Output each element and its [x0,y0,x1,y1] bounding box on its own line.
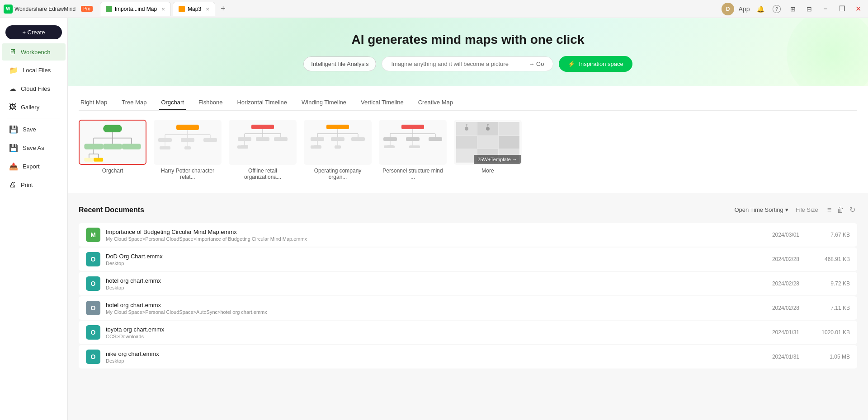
tab-fishbone[interactable]: Fishbone [197,95,224,110]
tab-vertical-timeline[interactable]: Vertical Timeline [359,95,406,110]
list-view-button[interactable]: ≡ [826,204,833,216]
tab-winding-timeline[interactable]: Winding Timeline [300,95,348,110]
add-tab-button[interactable]: + [217,4,229,14]
sidebar-item-save[interactable]: 💾 Save [2,121,66,138]
sidebar-label-workbench: Workbench [21,49,51,56]
doc-row[interactable]: M Importance of Budgeting Circular Mind … [79,223,857,247]
svg-rect-82 [456,136,477,149]
sidebar-label-print: Print [21,182,33,188]
sidebar-item-export[interactable]: 📤 Export [2,158,66,175]
search-input-wrap: → Go [382,56,553,71]
template-card-harry-potter[interactable]: Harry Potter character relat... [154,120,222,180]
tab-map3[interactable]: Map3 ✕ [173,2,215,16]
doc-row[interactable]: O toyota org chart.emmx CCS>Downloads 20… [79,321,857,344]
doc-info: toyota org chart.emmx CCS>Downloads [106,326,740,339]
card-label-orgchart: Orgchart [79,168,146,174]
delete-button[interactable]: 🗑 [835,204,846,216]
ai-search-input[interactable] [391,61,525,67]
sidebar-item-cloud-files[interactable]: ☁ Cloud Files [2,80,66,98]
doc-date: 2024/02/28 [745,305,799,311]
doc-icon: M [86,228,100,242]
refresh-button[interactable]: ↻ [848,204,857,216]
close-button[interactable]: ✕ [852,3,864,15]
save-as-icon: 💾 [9,144,18,152]
svg-point-93 [487,124,489,126]
doc-row[interactable]: O nike org chart.emmx Desktop 2024/01/31… [79,345,857,369]
doc-name: DoD Org Chart.emmx [106,253,740,260]
tab-orgchart[interactable]: Orgchart [159,95,186,110]
card-image-harry-potter [154,120,222,165]
doc-name: hotel org chart.emmx [106,302,740,308]
notification-button[interactable]: 🔔 [754,3,767,15]
doc-date: 2024/03/01 [745,232,799,238]
template-card-more[interactable]: 25W+Template → More [454,120,522,180]
template-card-offline-retail[interactable]: Offline retail organizationa... [229,120,297,180]
sort-button[interactable]: Open Time Sorting ▾ [734,206,788,213]
local-files-icon: 📁 [9,66,18,75]
bell-icon: 🔔 [757,5,764,13]
inspiration-button[interactable]: ⚡ Inspiration space [559,56,632,72]
titlebar-actions: D App 🔔 ? ⊞ ⊟ − ❐ ✕ [722,3,864,15]
sidebar-item-save-as[interactable]: 💾 Save As [2,139,66,157]
file-size-label: File Size [796,206,818,213]
tab-icon-import [106,6,112,12]
svg-rect-70 [429,137,442,141]
create-button[interactable]: + Create [5,25,62,39]
tab-horizontal-timeline[interactable]: Horizontal Timeline [235,95,289,110]
sidebar-item-local-files[interactable]: 📁 Local Files [2,61,66,79]
sidebar-item-print[interactable]: 🖨 Print [2,176,66,193]
svg-point-91 [486,127,490,131]
user-avatar[interactable]: D [722,3,734,15]
app-button[interactable]: App [738,3,750,15]
svg-rect-23 [181,138,194,142]
tab-tree-map[interactable]: Tree Map [120,95,148,110]
doc-size: 7.11 KB [805,305,850,311]
svg-rect-46 [326,125,349,129]
doc-row[interactable]: O hotel org chart.emmx My Cloud Space>Pe… [79,296,857,320]
doc-info: DoD Org Chart.emmx Desktop [106,253,740,266]
go-button[interactable]: → Go [528,61,544,67]
doc-date: 2024/02/28 [745,280,799,287]
tab-import-map[interactable]: Importa...ind Map ✕ [100,2,171,16]
template-card-personnel-structure[interactable]: Personnel structure mind ... [379,120,447,180]
doc-path: Desktop [106,358,740,364]
banner: AI generates mind maps with one click In… [68,18,868,86]
template-tabs: Right Map Tree Map Orgchart Fishbone Hor… [79,95,857,111]
template-card-orgchart[interactable]: Orgchart [79,120,146,180]
layout-button[interactable]: ⊟ [803,3,816,15]
tab-close-map3[interactable]: ✕ [206,7,209,12]
doc-icon: O [86,350,100,364]
sidebar-item-workbench[interactable]: 🖥 Workbench [2,43,66,61]
grid-icon: ⊞ [790,5,796,13]
svg-rect-68 [383,137,397,141]
search-tag[interactable]: Intelligent file Analysis [303,56,376,71]
svg-rect-8 [122,144,141,149]
doc-path: Desktop [106,285,740,290]
doc-name: toyota org chart.emmx [106,326,740,333]
sort-label: Open Time Sorting [734,206,783,213]
tab-label-map3: Map3 [188,6,201,12]
card-image-personnel-structure [379,120,447,165]
doc-info: nike org chart.emmx Desktop [106,350,740,364]
tab-close-import[interactable]: ✕ [161,7,165,12]
sidebar: + Create 🖥 Workbench 📁 Local Files ☁ Clo… [0,18,68,420]
svg-rect-28 [164,146,170,149]
svg-rect-58 [314,145,321,149]
logo-letter: W [6,6,10,11]
tab-creative-map[interactable]: Creative Map [416,95,455,110]
help-button[interactable]: ? [770,3,783,15]
doc-row[interactable]: O hotel org chart.emmx Desktop 2024/02/2… [79,272,857,295]
banner-search: Intelligent file Analysis → Go ⚡ Inspira… [90,56,846,72]
card-label-more: More [454,168,522,174]
svg-rect-44 [241,145,248,149]
template-card-operating-company[interactable]: Operating company organ... [304,120,372,180]
grid-button[interactable]: ⊞ [787,3,799,15]
more-card-badge[interactable]: 25W+Template → [474,155,521,164]
retail-svg [231,122,294,163]
doc-row[interactable]: O DoD Org Chart.emmx Desktop 2024/02/28 … [79,247,857,271]
doc-icon: O [86,276,100,291]
tab-right-map[interactable]: Right Map [79,95,109,110]
maximize-button[interactable]: ❐ [835,3,848,15]
minimize-button[interactable]: − [819,3,832,15]
sidebar-item-gallery[interactable]: 🖼 Gallery [2,98,66,116]
